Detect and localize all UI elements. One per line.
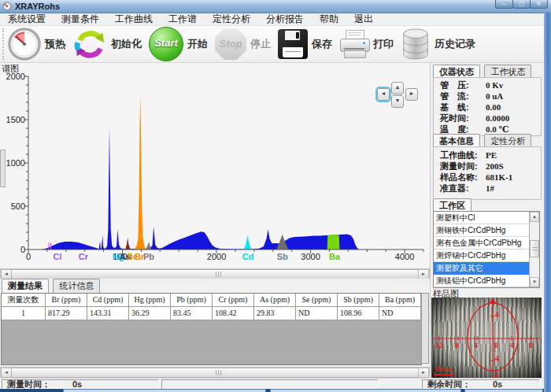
stop-button[interactable]: Stop 停止 [215,28,271,60]
sample-v-tick: 4 [495,310,499,319]
initialize-button[interactable]: 初始化 [72,28,142,61]
stop-label: 停止 [250,37,271,51]
chart-horizontal-scrollbar[interactable]: ◄ ► [0,268,430,279]
menu-item-3[interactable]: 工作谱 [161,13,205,26]
close-button[interactable]: ✕ [530,0,548,9]
instrument-fields: 管 压:0 Kv管 流:0 uA基 线:0.00死时间:0.0000温 度:0.… [434,80,541,135]
menu-item-6[interactable]: 帮助 [312,13,346,26]
table-cell: 36.29 [129,307,171,320]
field-label: 基 线: [440,102,486,113]
bottom-horizontal-scrollbar[interactable]: ◄ ► [0,367,430,377]
sample-h-tick: 4 [510,341,514,349]
field-row: 测量时间:200S [440,161,541,172]
table-header-cell: Sb (ppm) [338,294,379,306]
remaining-time-box: 剩余时间：0s [422,379,540,389]
workspace-item-0[interactable]: 测塑料中Cl [434,212,529,224]
workspace-item-3[interactable]: 测焊锡中CrCdPbHg [434,250,529,262]
y-tick-label: 500 [0,202,25,211]
table-cell: 108.42 [213,307,254,320]
menu-bar: 系统设置测量条件工作曲线工作谱定性分析分析报告帮助退出 [0,13,551,26]
sample-scale-text: 4mm [435,364,453,373]
pan-down-button[interactable]: ▼ [391,95,404,108]
history-icon [401,28,431,61]
basic-fields: 工作曲线:PE测量时间:200S样品名称:681K-1准直器:1# [434,150,541,194]
start-button[interactable]: Start 开始 [149,27,208,61]
table-cell: 83.45 [171,307,213,320]
instrument-status-group: 管 压:0 Kv管 流:0 uA基 线:0.00死时间:0.0000温 度:0.… [433,77,542,136]
save-icon [278,29,308,59]
menu-item-2[interactable]: 工作曲线 [107,13,161,26]
scrollbar-thumb[interactable] [11,368,420,378]
preheat-button[interactable]: 预热 [8,28,65,61]
scroll-right-arrow-icon[interactable]: ► [418,368,429,378]
field-label: 样品名称: [440,172,486,183]
table-cell: 817.29 [46,307,87,320]
status-bar: 测量时间：0s 剩余时间：0s [0,378,551,390]
maximize-button[interactable]: ▢ [512,0,531,9]
pan-left-button[interactable]: ◄ [377,88,390,101]
remaining-time-value: 0s [493,379,502,389]
workspace-item-5[interactable]: 测镁铝中CrCdPbHg [434,275,529,287]
tab-statistics[interactable]: 统计信息 [53,279,100,294]
table-cell: 108.96 [338,307,379,320]
menu-item-4[interactable]: 定性分析 [205,13,258,26]
save-button[interactable]: 保存 [278,29,332,59]
workspace-item-1[interactable]: 测钢铁中CrCdPbHg [434,224,529,237]
table-header-cell: Pb (ppm) [171,294,213,306]
table-header-cell: Cd (ppm) [87,294,129,306]
field-value: 0.00 [486,102,501,113]
background-window-edge [544,13,551,392]
list-vertical-scrollbar[interactable]: ▲ ▼ [529,212,539,287]
pan-right-button[interactable]: ► [405,88,418,101]
sample-image: 1284048 4 4 6 4mm [431,298,542,379]
menu-item-7[interactable]: 退出 [346,13,381,26]
field-label: 测量时间: [440,161,486,172]
start-icon: Start [149,27,183,61]
scrollbar-thumb[interactable] [530,240,539,257]
scroll-down-arrow-icon[interactable]: ▼ [530,277,539,287]
start-label: 开始 [187,37,208,51]
scroll-left-arrow-icon[interactable]: ◄ [1,368,12,378]
field-row: 基 线:0.00 [440,102,541,113]
sample-v-tick: 4 [495,354,499,363]
print-label: 打印 [373,37,394,51]
table-header-row: 测量次数Br (ppm)Cd (ppm)Hg (ppm)Pb (ppm)Cr (… [2,294,421,307]
minimize-button[interactable]: — [495,0,513,9]
sample-h-tick: 4 [474,341,478,349]
results-table: 测量次数Br (ppm)Cd (ppm)Hg (ppm)Pb (ppm)Cr (… [1,293,422,365]
menu-item-1[interactable]: 测量条件 [54,13,107,26]
print-button[interactable]: 打印 [339,30,394,58]
table-header-cell: 测量次数 [2,294,46,306]
measure-time-value: 0s [72,379,82,389]
tab-measure-results[interactable]: 测量结果 [2,279,49,294]
menu-item-5[interactable]: 分析报告 [258,13,312,26]
element-label-Cd: Cd [239,252,257,261]
workspace-list: 测塑料中Cl测钢铁中CrCdPbHg测有色金属中CrCdPbHg测焊锡中CrCd… [433,211,540,288]
workspace-item-2[interactable]: 测有色金属中CrCdPbHg [434,237,529,250]
table-cell: 1 [2,307,46,320]
stop-icon: Stop [215,28,246,60]
pan-up-button[interactable]: ▲ [391,82,404,94]
table-header-cell: Br (ppm) [46,294,87,306]
table-cell: ND [296,307,338,320]
element-label-Cl: Cl [49,252,66,261]
chart-vertical-scrollbar-fragment[interactable] [0,150,6,187]
field-label: 管 流: [440,91,486,102]
table-header-cell: Cr (ppm) [213,294,254,306]
field-row: 样品名称:681K-1 [440,172,541,183]
field-value: 200S [486,161,504,172]
right-panel: 仪器状态 工作状态 管 压:0 Kv管 流:0 uA基 线:0.00死时间:0.… [431,63,543,379]
menu-item-0[interactable]: 系统设置 [0,13,54,26]
measure-time-label: 测量时间： [7,379,50,389]
table-row[interactable]: 1817.29143.3136.2983.45108.4229.83ND108.… [2,307,421,320]
history-button[interactable]: 历史记录 [401,28,475,61]
table-header-cell: Ba (ppm) [379,294,421,306]
workspace-item-4[interactable]: 测塑胶及其它 [434,262,529,275]
field-row: 工作曲线:PE [440,150,541,161]
field-label: 死时间: [440,113,486,124]
table-vertical-scrollbar[interactable] [421,293,429,364]
scroll-up-arrow-icon[interactable]: ▲ [530,212,539,222]
field-value: PE [486,150,497,161]
sample-h-tick: 8 [455,341,459,349]
preheat-label: 预热 [45,37,65,51]
